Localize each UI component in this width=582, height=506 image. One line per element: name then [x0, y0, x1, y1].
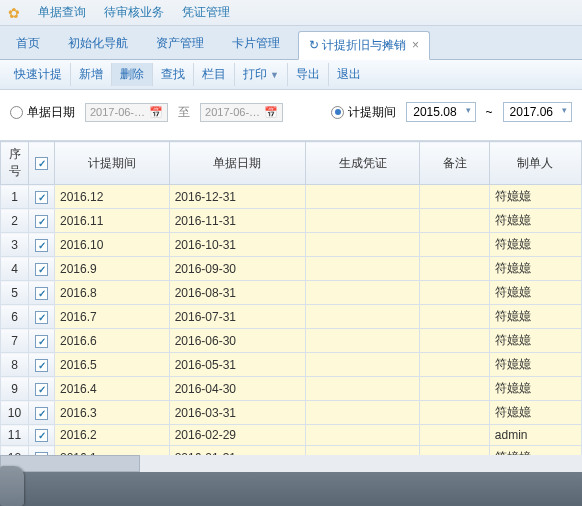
cell-seq: 2: [1, 209, 29, 233]
link-voucher-manage[interactable]: 凭证管理: [182, 4, 230, 21]
add-button[interactable]: 新增: [71, 63, 112, 86]
col-period[interactable]: 计提期间: [55, 142, 170, 185]
toolbar: 快速计提 新增 删除 查找 栏目 打印▼ 导出 退出: [0, 60, 582, 90]
cell-check[interactable]: [29, 185, 55, 209]
col-remark[interactable]: 备注: [420, 142, 490, 185]
col-seq[interactable]: 序号: [1, 142, 29, 185]
cell-check[interactable]: [29, 305, 55, 329]
cell-voucher: [305, 233, 420, 257]
quick-accrual-button[interactable]: 快速计提: [6, 63, 71, 86]
cell-seq: 3: [1, 233, 29, 257]
tab-init[interactable]: 初始化导航: [58, 30, 138, 59]
doc-date-radio[interactable]: 单据日期: [10, 104, 75, 121]
cell-remark: [420, 425, 490, 446]
cell-period: 2016.6: [55, 329, 170, 353]
checkbox-icon[interactable]: [35, 157, 48, 170]
cell-voucher: [305, 281, 420, 305]
col-doc-date[interactable]: 单据日期: [169, 142, 305, 185]
cell-maker: 符嬑嬑: [489, 401, 581, 425]
cell-remark: [420, 353, 490, 377]
export-button[interactable]: 导出: [288, 63, 329, 86]
cell-voucher: [305, 425, 420, 446]
exit-button[interactable]: 退出: [329, 63, 369, 86]
cell-period: 2016.8: [55, 281, 170, 305]
delete-button[interactable]: 删除: [112, 63, 153, 86]
top-link-bar: ✿ 单据查询 待审核业务 凭证管理: [0, 0, 582, 26]
columns-button[interactable]: 栏目: [194, 63, 235, 86]
cell-remark: [420, 185, 490, 209]
checkbox-icon[interactable]: [35, 383, 48, 396]
checkbox-icon[interactable]: [35, 263, 48, 276]
cell-maker: 符嬑嬑: [489, 185, 581, 209]
find-button[interactable]: 查找: [153, 63, 194, 86]
cell-check[interactable]: [29, 209, 55, 233]
col-voucher[interactable]: 生成凭证: [305, 142, 420, 185]
cell-check[interactable]: [29, 281, 55, 305]
print-button[interactable]: 打印▼: [235, 63, 288, 86]
link-doc-query[interactable]: 单据查询: [38, 4, 86, 21]
cell-seq: 10: [1, 401, 29, 425]
checkbox-icon[interactable]: [35, 429, 48, 442]
table-row[interactable]: 92016.42016-04-30符嬑嬑: [1, 377, 582, 401]
footer-notch: [0, 466, 24, 506]
checkbox-icon[interactable]: [35, 239, 48, 252]
cell-check[interactable]: [29, 425, 55, 446]
checkbox-icon[interactable]: [35, 215, 48, 228]
checkbox-icon[interactable]: [35, 191, 48, 204]
cell-period: 2016.11: [55, 209, 170, 233]
col-checkall[interactable]: [29, 142, 55, 185]
table-row[interactable]: 112016.22016-02-29admin: [1, 425, 582, 446]
cell-voucher: [305, 377, 420, 401]
period-to-select[interactable]: 2017.06: [503, 102, 572, 122]
cell-seq: 4: [1, 257, 29, 281]
checkbox-icon[interactable]: [35, 407, 48, 420]
tab-depreciation[interactable]: ↻计提折旧与摊销×: [298, 31, 430, 60]
cell-remark: [420, 329, 490, 353]
cell-seq: 7: [1, 329, 29, 353]
cell-voucher: [305, 401, 420, 425]
col-maker[interactable]: 制单人: [489, 142, 581, 185]
checkbox-icon[interactable]: [35, 359, 48, 372]
cell-doc-date: 2016-06-30: [169, 329, 305, 353]
cell-doc-date: 2016-11-31: [169, 209, 305, 233]
table-row[interactable]: 42016.92016-09-30符嬑嬑: [1, 257, 582, 281]
cell-maker: admin: [489, 425, 581, 446]
cell-voucher: [305, 305, 420, 329]
table-row[interactable]: 82016.52016-05-31符嬑嬑: [1, 353, 582, 377]
period-from-select[interactable]: 2015.08: [406, 102, 475, 122]
cell-period: 2016.4: [55, 377, 170, 401]
tab-label: 计提折旧与摊销: [322, 38, 406, 52]
table-row[interactable]: 52016.82016-08-31符嬑嬑: [1, 281, 582, 305]
table-row[interactable]: 12016.122016-12-31符嬑嬑: [1, 185, 582, 209]
table-row[interactable]: 102016.32016-03-31符嬑嬑: [1, 401, 582, 425]
cell-doc-date: 2016-10-31: [169, 233, 305, 257]
tab-asset[interactable]: 资产管理: [146, 30, 214, 59]
tab-home[interactable]: 首页: [6, 30, 50, 59]
close-icon[interactable]: ×: [412, 38, 419, 52]
cell-check[interactable]: [29, 257, 55, 281]
calendar-icon: 📅: [264, 106, 278, 119]
cell-maker: 符嬑嬑: [489, 281, 581, 305]
checkbox-icon[interactable]: [35, 311, 48, 324]
table-row[interactable]: 22016.112016-11-31符嬑嬑: [1, 209, 582, 233]
tab-card[interactable]: 卡片管理: [222, 30, 290, 59]
checkbox-icon[interactable]: [35, 335, 48, 348]
cell-seq: 9: [1, 377, 29, 401]
table-row[interactable]: 32016.102016-10-31符嬑嬑: [1, 233, 582, 257]
cell-remark: [420, 281, 490, 305]
cell-check[interactable]: [29, 401, 55, 425]
cell-check[interactable]: [29, 233, 55, 257]
cell-remark: [420, 209, 490, 233]
period-radio[interactable]: 计提期间: [331, 104, 396, 121]
table-row[interactable]: 62016.72016-07-31符嬑嬑: [1, 305, 582, 329]
cell-check[interactable]: [29, 353, 55, 377]
horizontal-scrollbar[interactable]: [0, 455, 582, 472]
link-pending-audit[interactable]: 待审核业务: [104, 4, 164, 21]
cell-period: 2016.5: [55, 353, 170, 377]
table-row[interactable]: 72016.62016-06-30符嬑嬑: [1, 329, 582, 353]
cell-seq: 1: [1, 185, 29, 209]
cell-check[interactable]: [29, 377, 55, 401]
cell-check[interactable]: [29, 329, 55, 353]
checkbox-icon[interactable]: [35, 287, 48, 300]
cell-doc-date: 2016-04-30: [169, 377, 305, 401]
